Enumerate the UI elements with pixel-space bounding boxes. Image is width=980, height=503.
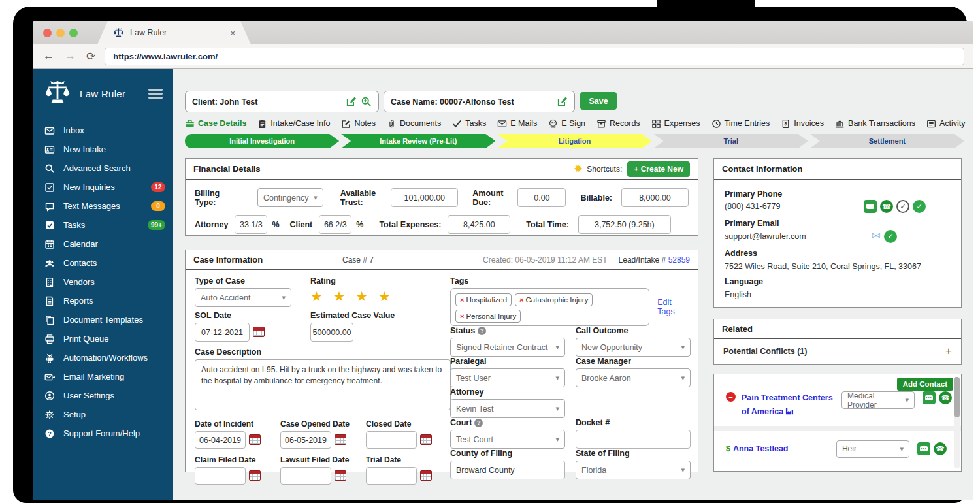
client-pct-input[interactable]: [319, 215, 351, 234]
contact-role-select[interactable]: Medical Provider▾: [841, 391, 915, 409]
total-expenses-input[interactable]: [448, 215, 510, 234]
tag-chip[interactable]: ×Personal Injury: [455, 310, 521, 323]
zoom-window-button[interactable]: [69, 29, 78, 37]
calendar-picker-icon[interactable]: [253, 327, 265, 337]
scrollbar-thumb[interactable]: [954, 377, 960, 417]
calendar-picker-icon[interactable]: [335, 434, 346, 445]
verified-check-icon[interactable]: ✓: [913, 200, 926, 213]
court-select[interactable]: Test Court▾: [450, 430, 565, 449]
lead-intake-number-link[interactable]: 52859: [668, 255, 690, 265]
calendar-picker-icon[interactable]: [420, 470, 432, 481]
tab-bank-transactions[interactable]: Bank Transactions: [835, 119, 915, 129]
contact-name-link[interactable]: Pain Treatment Centers of America: [742, 391, 841, 419]
sidebar-item-new-intake[interactable]: New Intake: [33, 140, 173, 159]
closed-date-input[interactable]: [366, 431, 417, 449]
lawsuit-filed-date-input[interactable]: [280, 467, 331, 485]
tab-notes[interactable]: Notes: [341, 119, 376, 129]
remove-tag-icon[interactable]: ×: [519, 296, 523, 304]
attorney-select[interactable]: Kevin Test▾: [450, 399, 565, 418]
tab-esign[interactable]: E Sign: [548, 119, 585, 129]
client-field[interactable]: Client: John Test: [185, 91, 379, 112]
tab-emails[interactable]: E Mails: [497, 119, 537, 129]
billable-input[interactable]: [621, 188, 689, 207]
calendar-picker-icon[interactable]: [335, 470, 346, 481]
tab-records[interactable]: Records: [596, 119, 640, 129]
sidebar-item-reports[interactable]: Reports: [33, 291, 173, 310]
url-bar[interactable]: https://www.lawruler.com/: [105, 48, 964, 65]
send-email-icon[interactable]: ✉: [872, 229, 881, 243]
total-time-input[interactable]: [578, 215, 671, 234]
billing-type-select[interactable]: Contingency ▾: [257, 188, 323, 207]
tab-documents[interactable]: Documents: [387, 119, 441, 129]
tab-tasks[interactable]: Tasks: [452, 119, 486, 129]
remove-tag-icon[interactable]: ×: [460, 296, 464, 304]
call-phone-icon[interactable]: ☎: [939, 391, 952, 404]
case-description-textarea[interactable]: Auto accident on I-95. Hit by a truck on…: [195, 359, 451, 410]
expand-plus-icon[interactable]: +: [945, 345, 952, 358]
sidebar-item-advanced-search[interactable]: Advanced Search: [33, 159, 173, 178]
potential-conflicts-row[interactable]: Potential Conflicts (1) +: [714, 339, 961, 363]
trial-date-input[interactable]: [366, 467, 417, 485]
contacts-scrollbar[interactable]: [954, 377, 960, 468]
status-help-icon[interactable]: ?: [478, 327, 486, 335]
docket-input[interactable]: [576, 430, 691, 449]
sidebar-item-print-queue[interactable]: Print Queue: [33, 329, 173, 348]
sidebar-item-support-help[interactable]: ? Support Forum/Help: [33, 424, 173, 443]
create-new-button[interactable]: + Create New: [627, 161, 690, 177]
amount-due-input[interactable]: [517, 188, 566, 207]
edit-client-icon[interactable]: [346, 96, 357, 107]
edit-tags-link[interactable]: Edit Tags: [657, 298, 691, 316]
reload-icon[interactable]: ⟳: [86, 50, 95, 63]
search-client-icon[interactable]: [361, 96, 372, 107]
contact-role-select[interactable]: Heir▾: [836, 440, 909, 458]
tab-intake-case-info[interactable]: Intake/Case Info: [257, 119, 330, 129]
stage-intake-review[interactable]: Intake Review (Pre-Lit): [341, 134, 495, 148]
case-opened-date-input[interactable]: [280, 431, 331, 449]
state-of-filing-select[interactable]: Florida▾: [576, 461, 691, 479]
paralegal-select[interactable]: Test User▾: [450, 368, 565, 387]
add-contact-button[interactable]: Add Contact: [897, 378, 953, 391]
sidebar-item-contacts[interactable]: Contacts: [33, 253, 173, 272]
back-icon[interactable]: ←: [43, 50, 54, 63]
sol-date-input[interactable]: [195, 323, 250, 342]
sidebar-item-tasks[interactable]: Tasks 99+: [33, 216, 173, 235]
sidebar-item-calendar[interactable]: Calendar: [33, 235, 173, 253]
remove-contact-icon[interactable]: −: [726, 392, 736, 402]
date-of-incident-input[interactable]: [195, 431, 246, 449]
tab-time-entries[interactable]: Time Entries: [711, 119, 770, 129]
court-help-icon[interactable]: ?: [474, 419, 483, 427]
close-window-button[interactable]: [43, 29, 52, 37]
forward-icon[interactable]: →: [65, 50, 76, 63]
calendar-picker-icon[interactable]: [249, 434, 261, 445]
verify-check-outline-icon[interactable]: ✓: [896, 200, 909, 213]
tag-chip[interactable]: ×Hospitalized: [455, 293, 512, 306]
case-name-field[interactable]: Case Name: 00007-Alfonso Test: [384, 91, 575, 112]
tag-chip[interactable]: ×Catastrophic Injury: [515, 293, 593, 306]
claim-filed-date-input[interactable]: [195, 467, 246, 485]
county-of-filing-input[interactable]: [450, 461, 565, 479]
tab-activity[interactable]: Activity: [926, 119, 966, 129]
estimated-case-value-input[interactable]: [310, 323, 353, 342]
contact-name-link[interactable]: Anna Testlead: [733, 444, 836, 454]
sms-icon[interactable]: ···: [864, 200, 877, 213]
available-trust-input[interactable]: [391, 188, 458, 207]
stage-settlement[interactable]: Settlement: [810, 134, 964, 148]
sidebar-item-vendors[interactable]: Vendors: [33, 272, 173, 291]
sidebar-item-new-inquiries[interactable]: New Inquiries 12: [33, 178, 173, 197]
call-outcome-select[interactable]: New Opportunity▾: [576, 338, 691, 357]
sidebar-item-email-marketing[interactable]: Email Marketing: [33, 367, 173, 386]
remove-tag-icon[interactable]: ×: [460, 312, 464, 320]
sms-icon[interactable]: ···: [917, 442, 930, 455]
tab-expenses[interactable]: Expenses: [651, 119, 700, 129]
tags-container[interactable]: ×Hospitalized ×Catastrophic Injury ×Pers…: [450, 288, 649, 326]
call-phone-icon[interactable]: ☎: [934, 442, 947, 455]
browser-tab[interactable]: Law Ruler ×: [97, 21, 251, 44]
minimize-window-button[interactable]: [56, 29, 65, 37]
attorney-pct-input[interactable]: [235, 215, 267, 234]
type-of-case-select[interactable]: Auto Accident ▾: [195, 288, 291, 307]
stage-litigation[interactable]: Litigation: [497, 134, 651, 148]
status-select[interactable]: Signed Retainer Contract▾: [450, 338, 565, 357]
sidebar-item-inbox[interactable]: Inbox: [33, 121, 173, 140]
sidebar-item-document-templates[interactable]: Document Templates: [33, 310, 173, 329]
calendar-picker-icon[interactable]: [249, 470, 261, 481]
